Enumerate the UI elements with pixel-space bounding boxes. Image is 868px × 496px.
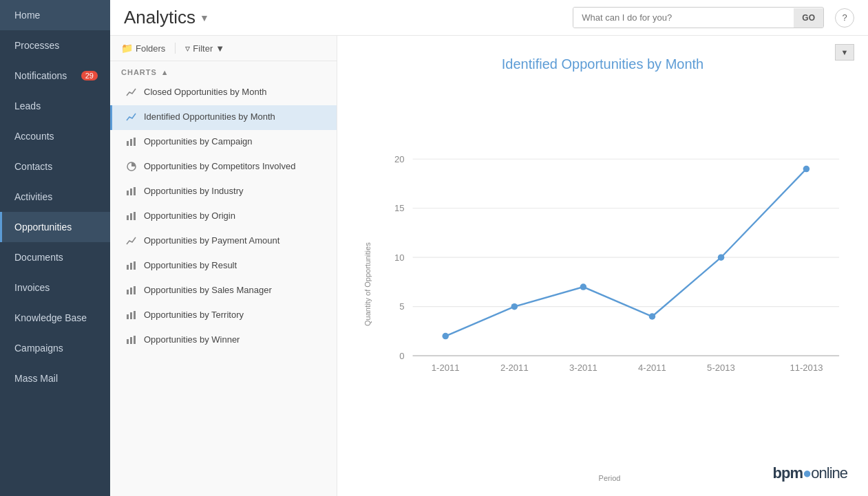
svg-text:2-2011: 2-2011 <box>500 363 529 373</box>
sidebar-item-invoices[interactable]: Invoices <box>0 272 110 303</box>
toolbar-divider <box>175 43 176 54</box>
y-axis-label: Quantity of Opportunities <box>358 86 372 482</box>
sidebar-item-label-mass-mail: Mass Mail <box>14 373 58 384</box>
chart-item-label-by-competitors: Opportunities by Competitors Involved <box>144 161 295 171</box>
chart-icon-line <box>126 87 137 99</box>
sidebar-item-label-notifications: Notifications <box>14 70 67 81</box>
sidebar-item-home[interactable]: Home <box>0 0 110 30</box>
chart-item-identified-by-month[interactable]: Identified Opportunities by Month <box>110 105 337 130</box>
chart-item-by-result[interactable]: Opportunities by Result <box>110 254 337 279</box>
svg-rect-13 <box>127 290 129 294</box>
chart-icon-bar <box>126 186 137 198</box>
chart-item-by-origin[interactable]: Opportunities by Origin <box>110 204 337 229</box>
toolbar: 📁 Folders ▿ Filter ▼ <box>110 36 337 61</box>
chart-line <box>445 169 806 336</box>
chart-icon-bar <box>126 137 137 149</box>
svg-text:0: 0 <box>399 351 404 361</box>
left-panel: 📁 Folders ▿ Filter ▼ CHARTS ▲ Closed Opp… <box>110 36 337 496</box>
svg-rect-4 <box>127 191 129 195</box>
chart-icon-bar <box>126 211 137 223</box>
svg-rect-15 <box>134 286 136 294</box>
title-dropdown-arrow[interactable]: ▼ <box>200 12 209 23</box>
sidebar-item-label-campaigns: Campaigns <box>14 343 63 354</box>
chart-item-label-closed-by-month: Closed Opportunities by Month <box>144 87 266 97</box>
sidebar-item-knowledge-base[interactable]: Knowledge Base <box>0 303 110 333</box>
charts-section-header[interactable]: CHARTS ▲ <box>110 61 337 80</box>
chart-item-label-by-result: Opportunities by Result <box>144 260 237 270</box>
svg-rect-20 <box>130 337 132 344</box>
svg-rect-17 <box>130 312 132 319</box>
sidebar-item-processes[interactable]: Processes <box>0 30 110 61</box>
folders-button[interactable]: 📁 Folders <box>121 43 165 54</box>
chart-icon-line <box>126 236 137 248</box>
svg-text:5: 5 <box>399 301 404 312</box>
logo-online: online <box>811 464 847 482</box>
chart-item-by-sales-manager[interactable]: Opportunities by Sales Manager <box>110 279 337 303</box>
sidebar-item-campaigns[interactable]: Campaigns <box>0 333 110 363</box>
chart-svg-container: 20 15 10 5 0 <box>372 86 847 470</box>
sidebar-item-label-home: Home <box>14 10 40 21</box>
data-point-4 <box>649 313 656 320</box>
sidebar-item-mass-mail[interactable]: Mass Mail <box>0 363 110 393</box>
sidebar-item-accounts[interactable]: Accounts <box>0 121 110 151</box>
sidebar-item-documents[interactable]: Documents <box>0 242 110 272</box>
svg-text:5-2013: 5-2013 <box>707 363 735 373</box>
sidebar-item-notifications[interactable]: Notifications29 <box>0 61 110 91</box>
svg-rect-2 <box>134 138 136 146</box>
sidebar-item-label-invoices: Invoices <box>14 282 50 293</box>
charts-collapse-icon: ▲ <box>161 68 169 76</box>
chart-item-by-winner[interactable]: Opportunities by Winner <box>110 328 337 353</box>
chart-list: Closed Opportunities by MonthIdentified … <box>110 80 337 353</box>
svg-rect-0 <box>127 141 129 146</box>
search-box: GO <box>573 7 824 28</box>
charts-section: CHARTS ▲ Closed Opportunities by MonthId… <box>110 61 337 496</box>
data-point-5 <box>718 254 725 261</box>
chart-item-closed-by-month[interactable]: Closed Opportunities by Month <box>110 80 337 105</box>
svg-rect-8 <box>130 213 132 220</box>
search-go-button[interactable]: GO <box>794 8 823 28</box>
folder-icon: 📁 <box>121 43 133 54</box>
sidebar-item-opportunities[interactable]: Opportunities <box>0 212 110 242</box>
svg-text:4-2011: 4-2011 <box>638 363 666 373</box>
svg-text:11-2013: 11-2013 <box>790 363 823 373</box>
chart-item-by-territory[interactable]: Opportunities by Territory <box>110 303 337 328</box>
svg-rect-18 <box>134 311 136 319</box>
panel-dropdown[interactable]: ▼ <box>835 44 854 61</box>
svg-rect-6 <box>134 187 136 195</box>
filter-dropdown-arrow: ▼ <box>215 43 224 54</box>
right-panel: ▼ Identified Opportunities by Month Quan… <box>337 36 868 496</box>
svg-rect-21 <box>134 336 136 344</box>
help-button[interactable]: ? <box>835 8 854 28</box>
chart-item-by-competitors[interactable]: Opportunities by Competitors Involved <box>110 155 337 180</box>
content-area: 📁 Folders ▿ Filter ▼ CHARTS ▲ Closed Opp… <box>110 36 868 496</box>
chart-item-by-campaign[interactable]: Opportunities by Campaign <box>110 130 337 155</box>
logo-dot: ● <box>803 464 811 482</box>
data-point-2 <box>511 303 518 310</box>
sidebar-badge-notifications: 29 <box>81 71 98 80</box>
chart-icon-line <box>126 112 137 124</box>
svg-rect-1 <box>130 139 132 146</box>
chart-item-label-by-campaign: Opportunities by Campaign <box>144 136 253 147</box>
bpm-logo: bpm●online <box>773 464 847 482</box>
filter-button[interactable]: ▿ Filter ▼ <box>185 43 224 54</box>
sidebar-item-activities[interactable]: Activities <box>0 182 110 212</box>
svg-rect-12 <box>134 261 136 270</box>
svg-rect-5 <box>130 188 132 195</box>
svg-text:15: 15 <box>394 203 405 213</box>
filter-icon: ▿ <box>185 43 190 54</box>
chart-container: Quantity of Opportunities 20 15 <box>358 86 847 482</box>
filter-label: Filter <box>193 43 213 54</box>
search-input[interactable] <box>573 8 794 28</box>
sidebar-item-label-opportunities: Opportunities <box>14 222 72 233</box>
chart-item-by-industry[interactable]: Opportunities by Industry <box>110 180 337 204</box>
chart-item-label-by-sales-manager: Opportunities by Sales Manager <box>144 285 272 295</box>
chart-item-by-payment[interactable]: Opportunities by Payment Amount <box>110 229 337 254</box>
chart-icon-bar <box>126 310 137 322</box>
logo-bpm: bpm <box>773 464 803 482</box>
chart-item-label-by-payment: Opportunities by Payment Amount <box>144 235 279 246</box>
sidebar-item-label-documents: Documents <box>14 252 63 263</box>
sidebar-item-contacts[interactable]: Contacts <box>0 151 110 182</box>
sidebar-item-leads[interactable]: Leads <box>0 91 110 121</box>
sidebar-item-label-activities: Activities <box>14 191 52 202</box>
svg-text:3-2011: 3-2011 <box>569 363 597 373</box>
